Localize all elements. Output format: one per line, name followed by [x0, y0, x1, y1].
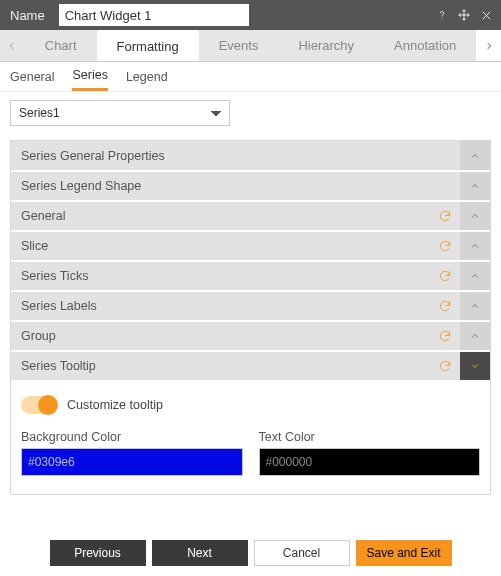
- next-button[interactable]: Next: [152, 540, 248, 566]
- tab-events[interactable]: Events: [199, 30, 279, 61]
- main-tabs: Chart Formatting Events Hierarchy Annota…: [0, 30, 501, 62]
- close-icon[interactable]: [477, 6, 495, 24]
- help-icon[interactable]: [433, 6, 451, 24]
- chevron-up-icon[interactable]: [460, 292, 490, 320]
- acc-series-labels[interactable]: Series Labels: [11, 291, 490, 321]
- cancel-button[interactable]: Cancel: [254, 540, 350, 566]
- tab-chart[interactable]: Chart: [25, 30, 97, 61]
- tab-formatting[interactable]: Formatting: [97, 30, 199, 61]
- acc-slice[interactable]: Slice: [11, 231, 490, 261]
- title-bar: Name: [0, 0, 501, 30]
- chevron-up-icon[interactable]: [460, 172, 490, 200]
- chevron-up-icon[interactable]: [460, 141, 490, 170]
- customize-tooltip-toggle[interactable]: [21, 396, 57, 414]
- content-area: Series1 Series General Properties Series…: [0, 92, 501, 505]
- refresh-icon[interactable]: [430, 322, 460, 350]
- background-color-picker[interactable]: #0309e6: [21, 448, 243, 476]
- series-dropdown-value: Series1: [19, 106, 60, 120]
- tabs-scroll-left[interactable]: [0, 30, 25, 61]
- acc-series-ticks[interactable]: Series Ticks: [11, 261, 490, 291]
- tabs-scroll-right[interactable]: [476, 30, 501, 61]
- save-and-exit-button[interactable]: Save and Exit: [356, 540, 452, 566]
- tab-annotation[interactable]: Annotation: [374, 30, 476, 61]
- customize-tooltip-label: Customize tooltip: [67, 398, 163, 412]
- sub-tabs: General Series Legend: [0, 62, 501, 92]
- svg-point-0: [442, 18, 443, 19]
- accordion: Series General Properties Series Legend …: [10, 140, 491, 495]
- name-input[interactable]: [59, 4, 249, 26]
- footer-buttons: Previous Next Cancel Save and Exit: [0, 540, 501, 566]
- move-icon[interactable]: [455, 6, 473, 24]
- subtab-series[interactable]: Series: [72, 62, 107, 91]
- acc-group[interactable]: Group: [11, 321, 490, 351]
- chevron-up-icon[interactable]: [460, 262, 490, 290]
- acc-series-legend-shape[interactable]: Series Legend Shape: [11, 171, 490, 201]
- refresh-icon[interactable]: [430, 352, 460, 380]
- chevron-down-icon[interactable]: [460, 352, 490, 380]
- series-tooltip-panel: Customize tooltip Background Color #0309…: [11, 381, 490, 494]
- subtab-general[interactable]: General: [10, 64, 54, 90]
- refresh-icon[interactable]: [430, 292, 460, 320]
- refresh-icon[interactable]: [430, 232, 460, 260]
- chevron-up-icon[interactable]: [460, 322, 490, 350]
- previous-button[interactable]: Previous: [50, 540, 146, 566]
- acc-series-tooltip[interactable]: Series Tooltip: [11, 351, 490, 381]
- text-color-picker[interactable]: #000000: [259, 448, 481, 476]
- series-dropdown[interactable]: Series1: [10, 100, 230, 126]
- acc-general[interactable]: General: [11, 201, 490, 231]
- background-color-label: Background Color: [21, 430, 243, 444]
- acc-series-general-properties[interactable]: Series General Properties: [11, 141, 490, 171]
- chevron-down-icon: [211, 106, 221, 120]
- tab-hierarchy[interactable]: Hierarchy: [278, 30, 374, 61]
- text-color-label: Text Color: [259, 430, 481, 444]
- chevron-up-icon[interactable]: [460, 202, 490, 230]
- name-label: Name: [10, 8, 45, 23]
- chevron-up-icon[interactable]: [460, 232, 490, 260]
- subtab-legend[interactable]: Legend: [126, 64, 168, 90]
- refresh-icon[interactable]: [430, 262, 460, 290]
- refresh-icon[interactable]: [430, 202, 460, 230]
